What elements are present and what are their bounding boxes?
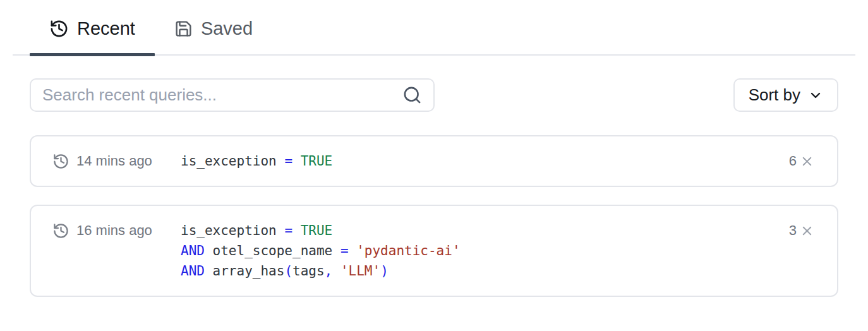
times-icon bbox=[800, 154, 814, 169]
sort-by-button[interactable]: Sort by bbox=[733, 78, 838, 112]
save-icon bbox=[174, 20, 193, 38]
history-icon bbox=[49, 19, 69, 39]
tab-bar: Recent Saved bbox=[13, 0, 855, 56]
recent-query-card[interactable]: 16 mins ago is_exception = TRUEAND otel_… bbox=[30, 205, 838, 297]
toolbar: Sort by bbox=[30, 78, 838, 112]
run-count-badge: 6 bbox=[776, 151, 814, 171]
query-time: 16 mins ago bbox=[76, 222, 152, 239]
history-icon bbox=[52, 222, 69, 239]
chevron-down-icon bbox=[808, 88, 823, 103]
search-icon bbox=[402, 85, 422, 105]
tab-recent[interactable]: Recent bbox=[30, 0, 155, 54]
tab-recent-label: Recent bbox=[77, 18, 135, 39]
query-meta: 16 mins ago bbox=[52, 220, 181, 241]
tab-saved-label: Saved bbox=[201, 18, 253, 39]
times-icon bbox=[800, 224, 814, 238]
search-box bbox=[30, 78, 435, 112]
query-code: is_exception = TRUEAND otel_scope_name =… bbox=[181, 220, 776, 281]
run-count: 6 bbox=[789, 153, 797, 169]
query-time: 14 mins ago bbox=[76, 153, 152, 169]
search-input[interactable] bbox=[42, 85, 395, 105]
recent-queries-panel: Recent Saved Sort by bbox=[0, 0, 868, 297]
tab-saved[interactable]: Saved bbox=[155, 0, 272, 54]
history-icon bbox=[52, 153, 69, 170]
run-count: 3 bbox=[789, 222, 797, 239]
query-code: is_exception = TRUE bbox=[181, 151, 776, 171]
run-count-badge: 3 bbox=[776, 220, 814, 241]
recent-query-card[interactable]: 14 mins ago is_exception = TRUE 6 bbox=[30, 135, 838, 187]
sort-by-label: Sort by bbox=[749, 85, 800, 105]
query-meta: 14 mins ago bbox=[52, 151, 181, 171]
